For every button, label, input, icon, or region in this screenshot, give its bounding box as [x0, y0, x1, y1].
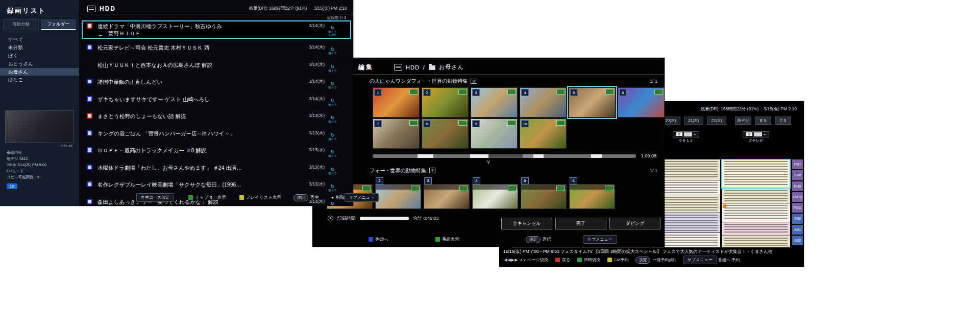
chapter-thumbnail[interactable]: 6: [569, 184, 615, 209]
epg-program-cell[interactable]: [722, 189, 790, 203]
recording-speed-label: 1.5倍: [328, 34, 337, 37]
serial-recording-icon: ↻ 連ドラ: [328, 81, 337, 89]
scene-thumbnail[interactable]: 5: [569, 87, 616, 118]
marker-badge: [605, 186, 614, 191]
channel-logo-icon: [754, 132, 762, 136]
quick-reserve-hint[interactable]: 決定一発予約(録): [635, 257, 675, 264]
epg-program-cell[interactable]: [722, 159, 790, 188]
folder-item[interactable]: おとうさん: [0, 60, 79, 68]
chapter-thumbnail[interactable]: 2: [375, 184, 421, 209]
chapter-display-hint[interactable]: チャプター表示: [188, 195, 226, 201]
recording-list-row[interactable]: 名作レグザブルーレイ映画劇場「サクサクな毎日」(1996… 3/13(水) ↻ …: [82, 179, 351, 194]
channel-number: 6: [676, 132, 682, 136]
recording-list-row[interactable]: キングの昼ごはん 「背骨ハンバーガー店～in ハワイ～」 3/13(水) ↻ 連…: [82, 128, 351, 143]
channel-id-box: 8: [743, 131, 769, 137]
page-switch-hint[interactable]: ◀◀▶▶ ∧∨ ページ切換: [504, 257, 548, 263]
submenu-button[interactable]: サブメニュー: [583, 235, 617, 244]
folder-item[interactable]: ぼく: [0, 52, 79, 60]
play-course-button[interactable]: 再生コース設定: [136, 193, 174, 202]
scene-number-badge: 3: [472, 89, 480, 96]
scene-thumbnail[interactable]: 9: [471, 119, 518, 149]
scene-thumbnail[interactable]: 2: [422, 87, 469, 118]
scene-thumbnail[interactable]: 10: [520, 119, 567, 149]
recording-meta: 3/13(水) ↻ 連ドラ: [302, 164, 349, 175]
marker-badge: [556, 186, 565, 191]
marker-badge: [605, 89, 614, 95]
recording-date: 3/13(水): [302, 147, 325, 153]
play-hint[interactable]: 決定再生: [293, 194, 319, 201]
yellow-key-icon: [607, 258, 612, 262]
scene-thumbnail[interactable]: 8: [422, 119, 469, 149]
network-tab[interactable]: ＣＳ: [775, 117, 791, 125]
recording-list-row[interactable]: 水曜休ドラ劇場「わたし、お母さんやめます」 ＃24 出演… 3/13(水) ↻ …: [82, 163, 351, 177]
datetime-switch-hint[interactable]: 日時切換: [577, 257, 600, 263]
playlist-display-hint[interactable]: プレイリスト表示: [239, 195, 281, 201]
submenu-button[interactable]: サブメニュー: [345, 193, 379, 202]
scene-thumbnail[interactable]: 1: [373, 87, 420, 118]
chapter-thumbnail[interactable]: 5: [521, 184, 567, 209]
program-reserve-hint[interactable]: サブメニュー 番組へ 予約: [683, 256, 740, 264]
cm-reserve-hint[interactable]: CM予約: [607, 257, 628, 263]
recording-date: 3/14(木): [302, 62, 325, 68]
ok-key-icon: 決定: [293, 194, 308, 201]
device-label: HDD: [406, 64, 420, 71]
scene-thumbnail[interactable]: 6: [618, 87, 665, 118]
recording-list-row[interactable]: まさとう松野のしょーもない話 解説 3/13(水) ↻ 連ドラ: [82, 111, 351, 125]
folder-item[interactable]: はなこ: [0, 76, 79, 84]
folder-item[interactable]: すべて: [0, 35, 79, 43]
program-display-hint[interactable]: 番組表示: [435, 237, 459, 243]
folder-item[interactable]: 未分類: [0, 43, 79, 52]
recording-list-row[interactable]: ザキちゃいますサキですー ゲスト 山崎へろし 3/14(木) ↻ 連ドラ: [82, 94, 351, 108]
serial-recording-icon: ↻ 連ドラ: [328, 115, 337, 124]
recording-list-row[interactable]: 松山ＹＵＵＫＩと西本なおＡの広島さんぽ 解説 3/14(木) ↻ 連ドラ: [82, 60, 351, 74]
network-tab[interactable]: 地デジ: [735, 117, 751, 125]
time-label: AM2: [792, 236, 803, 245]
chapter-thumbnail[interactable]: 3: [424, 184, 470, 209]
serial-recording-icon: ↻ 連ドラ: [328, 133, 337, 141]
network-tab[interactable]: ＢＳ: [755, 117, 771, 125]
recording-meta: 3/13(水) ↻ 連ドラ: [302, 130, 349, 141]
scene-number-badge: 1: [374, 89, 382, 96]
folder-item[interactable]: お母さん: [0, 68, 79, 76]
delete-hint[interactable]: ●削除: [331, 195, 345, 201]
folder-mode-tab[interactable]: 自動分類: [3, 19, 39, 30]
edit-action-button[interactable]: 完了: [555, 218, 606, 229]
epg-program-cell[interactable]: [722, 203, 790, 222]
recording-list-row[interactable]: 松元家テレビ～司会 松元貴志 木村ＹＵＳＫ 西 3/14(木) ↻ 連ドラ: [82, 42, 351, 57]
program-display-label: 番組表示: [442, 237, 459, 243]
serial-recording-icon: ↻ 連ドラ: [328, 201, 337, 210]
time-label: PM7: [792, 159, 803, 169]
page-indicator: 1/ 1: [650, 168, 657, 173]
date-tab[interactable]: 21(木): [684, 117, 703, 125]
recording-list-row[interactable]: 諸国中華飯の正直しんどい 3/14(木) ↻ 連ドラ: [82, 77, 351, 91]
select-hint[interactable]: 決定選択: [526, 236, 551, 243]
red-key-icon: [555, 258, 560, 262]
chapter-number-badge: 4: [473, 177, 480, 184]
serial-recording-label: 連ドラ: [328, 189, 337, 192]
scene-thumbnail[interactable]: 7: [373, 119, 420, 149]
recording-list-row[interactable]: 連続ドラマ「中洲川端ラブストーリー」秋吉ゆうみ こ 菅野ＨＩＤＥ 3/14(木)…: [82, 20, 351, 39]
chevron-down-icon[interactable]: ∨: [312, 160, 665, 164]
program-title-block: ザキちゃいますサキですー ゲスト 山崎へろし: [97, 96, 302, 103]
folder-mode-tab[interactable]: フォルダー: [41, 19, 77, 30]
edit-action-button[interactable]: 全キャンセル: [501, 218, 552, 229]
timeline-bar[interactable]: [373, 154, 636, 158]
scene-thumbnail[interactable]: 3: [471, 87, 518, 118]
program-title-block: 諸国中華飯の正直しんどい: [97, 78, 302, 85]
recording-list-row[interactable]: ＤＯＰＥ～最高のトラックメイカー ＃8 解説 3/13(水) ↻ 連ドラ: [82, 145, 351, 159]
marker-badge: [458, 120, 467, 126]
back-hint[interactable]: 戻る: [555, 257, 570, 263]
epg-program-cell[interactable]: [722, 222, 790, 236]
edit-action-button[interactable]: ダビング: [609, 218, 660, 229]
recording-date: 3/13(水): [302, 130, 325, 136]
subtitle-badge: 字: [429, 168, 436, 173]
capacity-remaining: 残量(DR): 168時間22分 (91%): [249, 6, 307, 12]
epg-program-cell[interactable]: [722, 236, 790, 247]
go-first-hint[interactable]: 先頭へ: [369, 237, 388, 243]
channel-header[interactable]: 8 クテレビ: [722, 128, 790, 143]
chapter-thumbnail[interactable]: 4: [472, 184, 518, 209]
page-title: 録画リスト: [7, 6, 72, 15]
date-tab[interactable]: 22(金): [707, 117, 726, 125]
scene-thumbnail[interactable]: 4: [520, 87, 567, 118]
scene-number-badge: 6: [619, 89, 627, 96]
